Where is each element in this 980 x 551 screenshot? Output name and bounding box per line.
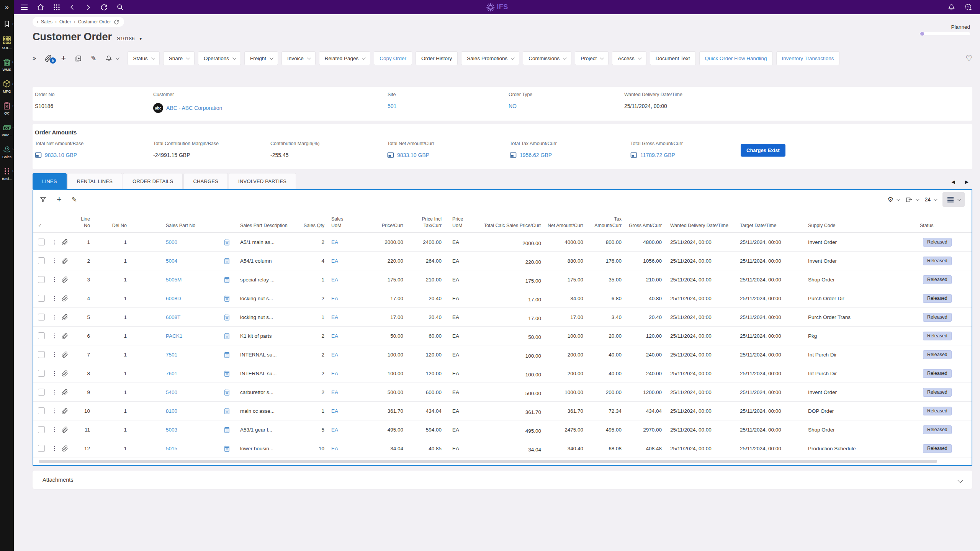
- row-menu-icon[interactable]: ⋮: [52, 426, 62, 433]
- uom-link[interactable]: EA: [331, 333, 351, 339]
- tab-charges[interactable]: CHARGES: [183, 173, 228, 189]
- row-checkbox[interactable]: [38, 389, 45, 396]
- command-button-operations[interactable]: Operations: [198, 51, 241, 65]
- sales-part-link[interactable]: 5015: [166, 446, 217, 451]
- title-dropdown-caret-icon[interactable]: ▾: [140, 36, 142, 41]
- sales-part-link[interactable]: 8100: [166, 408, 217, 414]
- command-button-inventory-transactions[interactable]: Inventory Transactions: [776, 51, 840, 65]
- sidebar-item-wms[interactable]: › WMS: [0, 58, 14, 72]
- command-button-invoice[interactable]: Invoice: [281, 51, 316, 65]
- command-button-project[interactable]: Project: [575, 51, 609, 65]
- site-link[interactable]: 501: [388, 103, 396, 109]
- help-icon[interactable]: ?: [964, 3, 972, 11]
- sales-part-link[interactable]: 5005M: [166, 277, 217, 283]
- column-header-price-incl-tax-curr[interactable]: Price Incl Tax/Curr: [409, 216, 447, 229]
- row-checkbox[interactable]: [38, 239, 45, 245]
- back-icon[interactable]: [69, 4, 76, 11]
- breadcrumb-order[interactable]: Order: [59, 19, 71, 25]
- duplicate-icon[interactable]: [75, 55, 82, 62]
- edit-pencil-icon[interactable]: ✎: [91, 54, 96, 62]
- row-checkbox[interactable]: [38, 257, 45, 264]
- add-line-icon[interactable]: +: [57, 195, 62, 204]
- refresh-icon[interactable]: [100, 3, 108, 11]
- tab-rental-lines[interactable]: RENTAL LINES: [67, 173, 122, 189]
- sales-part-link[interactable]: 7601: [166, 371, 217, 376]
- sales-part-link[interactable]: 5400: [166, 389, 217, 395]
- column-header-sales-part-description[interactable]: Sales Part Description: [236, 222, 298, 229]
- column-header-total-calc-sales-price-curr[interactable]: Total Calc Sales Price/Curr: [474, 222, 546, 229]
- tab-scroll-left-icon[interactable]: ◀: [952, 179, 955, 185]
- row-checkbox[interactable]: [38, 295, 45, 302]
- row-checkbox[interactable]: [38, 276, 45, 283]
- row-checkbox[interactable]: [38, 370, 45, 377]
- command-button-commissions[interactable]: Commissions: [523, 51, 571, 65]
- row-menu-icon[interactable]: ⋮: [52, 332, 62, 339]
- app-launcher-icon[interactable]: [53, 4, 60, 11]
- row-checkbox[interactable]: [38, 426, 45, 433]
- row-checkbox[interactable]: [38, 332, 45, 339]
- sidebar-item-qc[interactable]: › QC: [0, 101, 14, 115]
- command-button-document-text[interactable]: Document Text: [650, 51, 696, 65]
- column-header-price-curr[interactable]: Price/Curr: [351, 222, 409, 229]
- uom-link[interactable]: EA: [331, 258, 351, 264]
- sales-part-link[interactable]: 5003: [166, 427, 217, 433]
- column-header-price-uom[interactable]: Price UoM: [447, 216, 474, 229]
- uom-link[interactable]: EA: [331, 389, 351, 395]
- command-button-access[interactable]: Access: [612, 51, 646, 65]
- uom-link[interactable]: EA: [331, 314, 351, 320]
- row-menu-icon[interactable]: ⋮: [52, 389, 62, 396]
- command-button-status[interactable]: Status: [128, 51, 160, 65]
- sales-part-link[interactable]: 5004: [166, 258, 217, 264]
- uom-link[interactable]: EA: [331, 408, 351, 414]
- row-checkbox[interactable]: [38, 351, 45, 358]
- uom-link[interactable]: EA: [331, 446, 351, 451]
- column-header-del-no[interactable]: Del No: [98, 222, 141, 229]
- horizontal-scrollbar[interactable]: [39, 460, 937, 463]
- tab-scroll-right-icon[interactable]: ▶: [965, 179, 969, 185]
- breadcrumb-sales[interactable]: Sales: [41, 19, 52, 25]
- home-icon[interactable]: [37, 3, 44, 11]
- amount-link[interactable]: 1956.62 GBP: [520, 152, 552, 158]
- sidebar-item-bookmarks[interactable]: ›: [0, 20, 14, 28]
- tab-order-details[interactable]: ORDER DETAILS: [123, 173, 183, 189]
- sidebar-item-solution[interactable]: SOL...: [0, 36, 14, 50]
- row-menu-icon[interactable]: ⋮: [52, 295, 62, 302]
- row-menu-icon[interactable]: ⋮: [52, 407, 62, 414]
- row-checkbox[interactable]: [38, 314, 45, 320]
- uom-link[interactable]: EA: [331, 239, 351, 245]
- column-header-net-amount-curr[interactable]: Net Amount/Curr: [546, 222, 589, 229]
- amount-link[interactable]: 9833.10 GBP: [45, 152, 77, 158]
- command-button-related-pages[interactable]: Related Pages: [319, 51, 371, 65]
- tab-lines[interactable]: LINES: [33, 173, 67, 189]
- breadcrumb-refresh-icon[interactable]: [114, 19, 119, 25]
- row-menu-icon[interactable]: ⋮: [52, 351, 62, 358]
- row-checkbox[interactable]: [38, 445, 45, 452]
- notifications-bell-icon[interactable]: [948, 3, 955, 11]
- tab-involved-parties[interactable]: INVOLVED PARTIES: [229, 173, 296, 189]
- row-menu-icon[interactable]: ⋮: [52, 314, 62, 320]
- column-header-wanted-delivery-date-time[interactable]: Wanted Delivery Date/Time: [667, 222, 737, 229]
- table-settings-gear-icon[interactable]: ⚙: [887, 195, 899, 204]
- sidebar-item-sales[interactable]: › Sales: [0, 145, 14, 159]
- view-mode-selector[interactable]: [942, 192, 965, 207]
- table-export-icon[interactable]: [905, 196, 918, 203]
- uom-link[interactable]: EA: [331, 296, 351, 301]
- sales-part-link[interactable]: 5000: [166, 239, 217, 245]
- row-checkbox[interactable]: [38, 407, 45, 414]
- column-header-target-date-time[interactable]: Target Date/Time: [737, 222, 805, 229]
- uom-link[interactable]: EA: [331, 277, 351, 283]
- search-icon[interactable]: [116, 3, 124, 11]
- command-button-quick-order-flow-handling[interactable]: Quick Order Flow Handling: [699, 51, 773, 65]
- uom-link[interactable]: EA: [331, 371, 351, 376]
- filter-funnel-icon[interactable]: [39, 196, 47, 203]
- command-button-copy-order[interactable]: Copy Order: [374, 51, 412, 65]
- column-header-status[interactable]: Status: [920, 222, 970, 229]
- row-menu-icon[interactable]: ⋮: [52, 276, 62, 283]
- column-header-tax-amount-curr[interactable]: Tax Amount/Curr: [589, 216, 627, 229]
- sales-part-link[interactable]: 6008T: [166, 314, 217, 320]
- command-button-share[interactable]: Share: [163, 51, 195, 65]
- column-header-sales-uom[interactable]: Sales UoM: [328, 216, 351, 229]
- column-header-gross-amt-curr[interactable]: Gross Amt/Curr: [627, 222, 667, 229]
- charges-exist-button[interactable]: Charges Exist: [741, 144, 785, 157]
- uom-link[interactable]: EA: [331, 352, 351, 358]
